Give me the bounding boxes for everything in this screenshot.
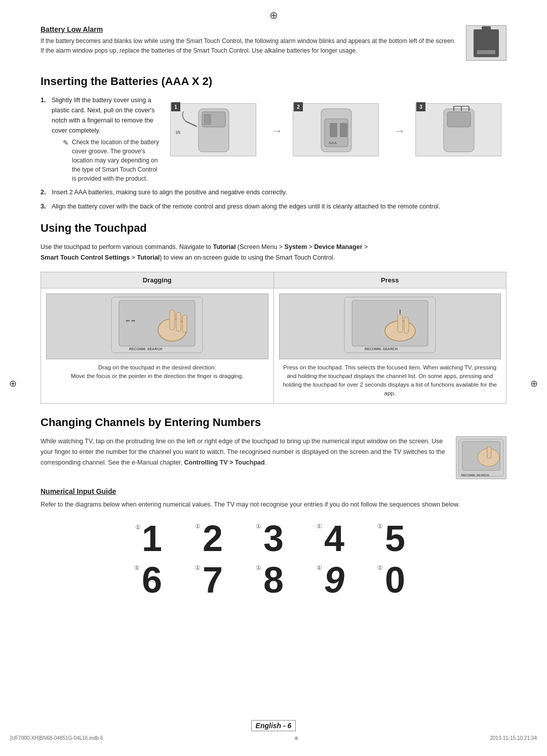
battery-alarm-section: Battery Low Alarm If the battery becomes… [41, 25, 506, 61]
digit-2: ① 2 [190, 520, 236, 557]
inserting-batteries-title: Inserting the Batteries (AAA X 2) [41, 75, 506, 88]
svg-text:RECOMM. SEARCH: RECOMM. SEARCH [365, 347, 398, 351]
step-3: 3. Align the battery cover with the back… [41, 201, 506, 212]
step-img-2: 2 AAA [293, 103, 384, 159]
footer-page-label: English - 6 [251, 720, 296, 731]
digit-8: ① 8 [251, 562, 296, 598]
touchpad-nav4: > [130, 254, 137, 261]
digit-6: ① 6 [129, 562, 175, 598]
footer-meta: [UF7000-XH]BN68-04851G-04L16.indb 6 ⊕ 20… [0, 735, 547, 741]
digit-5: ① 5 [372, 520, 418, 557]
digits-row-2: ① 6 ① 7 ① 8 ① 9 ① 0 [129, 562, 418, 598]
step-2-number: 2. [41, 187, 50, 197]
note-icon: ✎ [63, 138, 69, 148]
battery-alarm-text: Battery Low Alarm If the battery becomes… [41, 25, 456, 56]
battery-alarm-image [466, 25, 506, 61]
step-3-number: 3. [41, 201, 50, 212]
touchpad-nav1: (Screen Menu > [236, 243, 284, 250]
arrow-between-1-2: → [271, 124, 283, 138]
touchpad-nav3: > [363, 243, 368, 250]
channels-description: While watching TV, tap on the protruding… [41, 436, 446, 469]
changing-channels-section: Changing Channels by Entering Numbers Wh… [41, 416, 506, 603]
left-compass-icon: ⊕ [9, 378, 17, 389]
svg-rect-17 [176, 312, 181, 331]
svg-text:RECOMM. SEARCH: RECOMM. SEARCH [461, 474, 489, 477]
digit-9: ① 9 [311, 562, 357, 598]
touchpad-desc-plain: Use the touchpad to perform various comm… [41, 243, 213, 250]
step-badge-2: 2 [294, 102, 303, 111]
digit-0: ① 0 [372, 562, 418, 598]
digit-3: ① 3 [251, 520, 296, 557]
step-1-text: Slightly lift the battery cover using a … [52, 97, 154, 134]
channels-desc-end: . [265, 459, 266, 466]
step-2-text: Insert 2 AAA batteries, making sure to a… [52, 187, 287, 197]
page-container: ⊕ ⊕ ⊕ Battery Low Alarm If the battery b… [0, 0, 547, 756]
touchpad-col1-header: Dragging [41, 272, 274, 288]
svg-rect-29 [487, 446, 491, 458]
step-1-note: ✎ Check the location of the battery cove… [63, 138, 160, 183]
touchpad-press-cell: RECOMM. SEARCH Press on the touchpad. Th… [274, 288, 506, 403]
digit-7: ① 7 [190, 562, 236, 598]
svg-rect-16 [170, 310, 175, 330]
step-1-note-text: Check the location of the battery cover … [72, 138, 160, 183]
svg-text:RECOMM. SEARCH: RECOMM. SEARCH [129, 347, 162, 351]
using-touchpad-section: Using the Touchpad Use the touchpad to p… [41, 222, 506, 404]
touchpad-devicemgr-bold: Device Manager [314, 243, 362, 250]
touchpad-description: Use the touchpad to perform various comm… [41, 242, 506, 264]
channels-desc-bold: Controlling TV > Touchpad [184, 459, 265, 466]
svg-rect-10 [447, 112, 471, 127]
svg-rect-23 [398, 315, 403, 332]
touchpad-dragging-image: ⬅ ➡ RECOMM. SEARCH [46, 293, 268, 359]
touchpad-tutorial-bold: Tutorial [213, 243, 236, 250]
battery-steps-images: 1 lift → [170, 103, 506, 159]
step-1-number: 1. [41, 95, 50, 105]
footer-date: 2013-11-15 10:21:34 [490, 735, 537, 741]
step-1: 1. Slightly lift the battery cover using… [41, 95, 160, 183]
step-badge-3: 3 [416, 102, 425, 111]
battery-low-bar [477, 50, 495, 54]
digits-row-1: ① 1 ① 2 ① 3 ① 4 ① 5 [129, 520, 418, 557]
step-img-3: 3 [415, 103, 506, 159]
touchpad-desc-end: ) to view an on-screen guide to using th… [160, 254, 335, 261]
step-badge-1: 1 [171, 102, 180, 111]
svg-text:lift: lift [176, 130, 180, 135]
battery-alarm-title: Battery Low Alarm [41, 25, 456, 33]
step-img-2-placeholder: AAA [293, 103, 379, 156]
page-footer: English - 6 [UF7000-XH]BN68-04851G-04L16… [0, 720, 547, 741]
channels-content: While watching TV, tap on the protruding… [41, 436, 506, 479]
step-img-3-placeholder [415, 103, 501, 156]
digits-container: ① 1 ① 2 ① 3 ① 4 ① 5 [41, 520, 506, 603]
touchpad-col2-header: Press [274, 272, 506, 288]
channels-image: RECOMM. SEARCH [456, 436, 506, 479]
step-1-content: Slightly lift the battery cover using a … [52, 95, 160, 183]
svg-text:AAA: AAA [329, 141, 337, 145]
svg-rect-6 [330, 123, 337, 137]
touchpad-nav2: > [307, 243, 314, 250]
top-compass-icon: ⊕ [269, 9, 278, 21]
step-3-text: Align the battery cover with the back of… [52, 201, 440, 212]
footer-file: [UF7000-XH]BN68-04851G-04L16.indb 6 [10, 735, 103, 741]
step-img-1-placeholder: lift [170, 103, 256, 156]
touchpad-tutorial2-bold: Tutorial [137, 254, 160, 261]
numerical-guide-title: Numerical Input Guide [41, 487, 506, 495]
touchpad-press-caption: Press on the touchpad. This selects the … [279, 363, 501, 398]
arrow-between-2-3: → [394, 124, 405, 138]
svg-rect-2 [204, 114, 211, 125]
step-2: 2. Insert 2 AAA batteries, making sure t… [41, 187, 506, 197]
svg-rect-7 [340, 123, 347, 137]
svg-rect-18 [182, 315, 187, 332]
svg-rect-24 [404, 317, 409, 333]
touchpad-settings-bold: Smart Touch Control Settings [41, 254, 130, 261]
battery-icon [474, 29, 499, 57]
numerical-guide-description: Refer to the diagrams below when enterin… [41, 499, 506, 510]
battery-alarm-description: If the battery becomes and blanks low wh… [41, 36, 456, 56]
step-img-1: 1 lift [170, 103, 261, 159]
touchpad-system-bold: System [285, 243, 307, 250]
footer-compass: ⊕ [294, 735, 298, 741]
inserting-batteries-section: Inserting the Batteries (AAA X 2) 1. Sli… [41, 75, 506, 212]
right-compass-icon: ⊕ [530, 378, 538, 389]
using-touchpad-title: Using the Touchpad [41, 222, 506, 235]
touchpad-table: Dragging Press ⬅ ➡ [41, 272, 506, 404]
touchpad-dragging-caption: Drag on the touchpad in the desired dire… [46, 363, 268, 381]
digit-1: ① 1 [129, 520, 175, 557]
